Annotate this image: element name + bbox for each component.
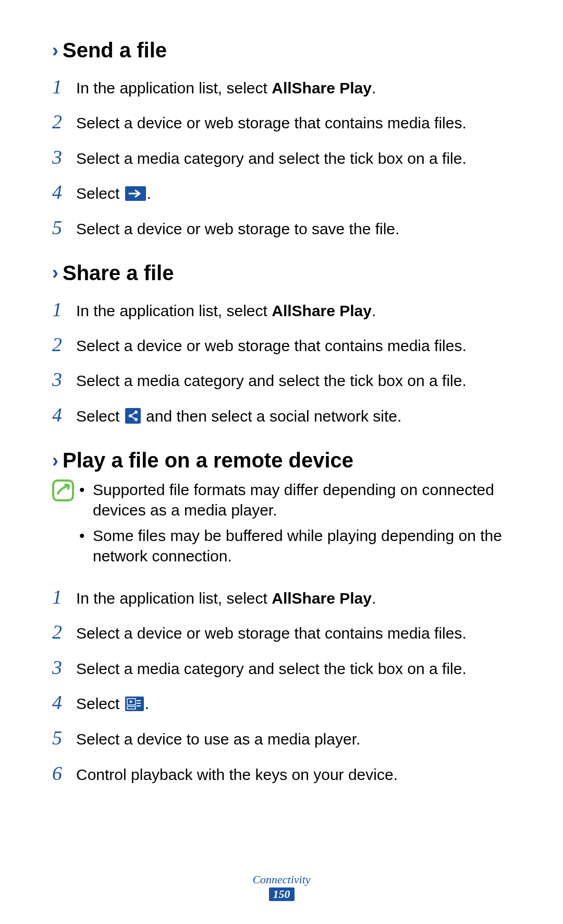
step-number: 3 <box>52 366 76 393</box>
step: 1 In the application list, select AllSha… <box>52 292 511 327</box>
step-text: Select a media category and select the t… <box>76 658 511 680</box>
send-arrow-icon <box>125 185 146 207</box>
step: 4 Select . <box>52 175 511 211</box>
step: 6 Control playback with the keys on your… <box>52 756 511 791</box>
step: 1 In the application list, select AllSha… <box>52 580 511 615</box>
step-number: 4 <box>52 402 76 428</box>
step: 5 Select a device or web storage to save… <box>52 210 511 245</box>
step: 3 Select a media category and select the… <box>52 362 511 397</box>
chevron-icon: › <box>52 41 58 60</box>
note-item: Supported file formats may differ depend… <box>79 479 511 525</box>
step-number: 4 <box>52 179 76 206</box>
step-text: Select a device or web storage to save t… <box>76 219 511 240</box>
step: 3 Select a media category and select the… <box>52 140 511 175</box>
step-text: Select a device to use as a media player… <box>76 729 511 750</box>
step: 2 Select a device or web storage that co… <box>52 327 511 362</box>
svg-rect-5 <box>53 481 73 500</box>
share-icon <box>125 408 141 429</box>
step-number: 1 <box>52 584 76 610</box>
step-number: 2 <box>52 109 76 135</box>
section-title-text: Share a file <box>63 261 174 285</box>
section-title-text: Send a file <box>63 39 167 62</box>
step-text: Select a media category and select the t… <box>76 148 511 170</box>
svg-rect-1 <box>125 408 141 424</box>
step-number: 4 <box>52 689 76 716</box>
section-title-send: › Send a file <box>52 39 511 62</box>
step-number: 3 <box>52 654 76 681</box>
step-text: Select a media category and select the t… <box>76 370 511 392</box>
page: › Send a file 1 In the application list,… <box>0 0 563 924</box>
step: 4 Select . <box>52 685 511 721</box>
step-number: 1 <box>52 74 76 100</box>
step-number: 2 <box>52 331 76 358</box>
step-text: Select a device or web storage that cont… <box>76 335 511 357</box>
note-list: Supported file formats may differ depend… <box>79 479 511 571</box>
steps-send: 1 In the application list, select AllSha… <box>52 69 511 246</box>
note-icon-wrap <box>52 479 79 503</box>
step: 4 Select and then select a social networ… <box>52 398 511 434</box>
step: 2 Select a device or web storage that co… <box>52 615 511 650</box>
footer: Connectivity 150 <box>0 873 563 901</box>
section-title-share: › Share a file <box>52 261 511 285</box>
steps-share: 1 In the application list, select AllSha… <box>52 292 511 433</box>
steps-play-remote: 1 In the application list, select AllSha… <box>52 580 511 791</box>
footer-category: Connectivity <box>0 873 563 886</box>
section-title-play-remote: › Play a file on a remote device <box>52 449 511 472</box>
step-number: 5 <box>52 725 76 751</box>
step-text: In the application list, select AllShare… <box>76 588 511 609</box>
step: 5 Select a device to use as a media play… <box>52 721 511 755</box>
step-text: Select . <box>76 693 511 717</box>
chevron-icon: › <box>52 451 58 470</box>
step-text: Select and then select a social network … <box>76 406 511 429</box>
step-number: 2 <box>52 619 76 645</box>
step: 1 In the application list, select AllSha… <box>52 69 511 104</box>
step-text: In the application list, select AllShare… <box>76 78 511 99</box>
note-icon <box>52 479 74 501</box>
remote-play-icon <box>125 695 144 717</box>
step: 2 Select a device or web storage that co… <box>52 104 511 139</box>
step: 3 Select a media category and select the… <box>52 650 511 685</box>
step-text: In the application list, select AllShare… <box>76 301 511 322</box>
step-number: 1 <box>52 296 76 323</box>
step-text: Control playback with the keys on your d… <box>76 764 511 786</box>
page-number: 150 <box>269 887 295 901</box>
step-number: 6 <box>52 760 76 787</box>
step-text: Select a device or web storage that cont… <box>76 623 511 644</box>
note-region: Supported file formats may differ depend… <box>52 479 511 571</box>
step-number: 5 <box>52 214 76 241</box>
step-text: Select a device or web storage that cont… <box>76 113 511 134</box>
step-number: 3 <box>52 144 76 171</box>
section-title-text: Play a file on a remote device <box>63 449 353 472</box>
step-text: Select . <box>76 183 511 207</box>
note-item: Some files may be buffered while playing… <box>79 525 511 571</box>
chevron-icon: › <box>52 263 58 282</box>
